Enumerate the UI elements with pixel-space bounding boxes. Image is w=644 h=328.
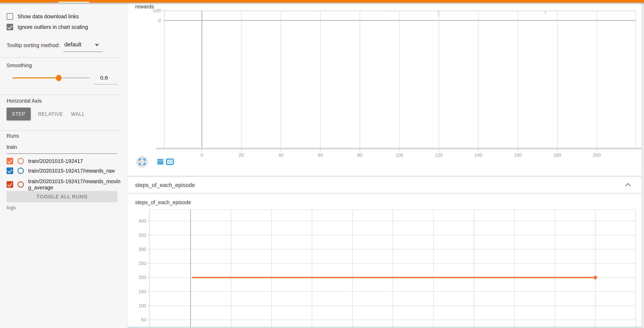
svg-text:120: 120 <box>435 153 443 158</box>
svg-text:-200: -200 <box>152 2 161 3</box>
steps-card: steps_of_each_episode 400350300250200150… <box>127 194 642 328</box>
smoothing-slider-thumb[interactable] <box>56 75 62 81</box>
settings-sidebar: Show data download links Ignore outliers… <box>0 2 127 328</box>
horizontal-axis-label: Horizontal Axis <box>6 98 42 104</box>
chart-toolbar <box>135 156 190 170</box>
top-app-bar <box>0 0 644 2</box>
divider <box>0 130 121 131</box>
toggle-all-runs-button[interactable]: TOGGLE ALL RUNS <box>6 191 118 202</box>
run-label: train/20201015-192417 <box>28 158 122 164</box>
logdir-label: logs <box>6 205 16 211</box>
axis-relative-button[interactable]: RELATIVE <box>38 111 63 117</box>
chevron-up-icon[interactable] <box>625 183 631 187</box>
divider <box>0 57 121 58</box>
smoothing-slider-fill <box>12 77 59 78</box>
svg-text:140: 140 <box>474 153 482 158</box>
axis-wall-button[interactable]: WALL <box>71 111 85 117</box>
svg-text:200: 200 <box>593 153 601 158</box>
show-download-links-row[interactable]: Show data download links <box>6 13 79 20</box>
expand-chart-icon[interactable] <box>136 156 148 168</box>
run-label: train/20201015-192417/rewards_raw <box>28 168 122 174</box>
svg-text:100: 100 <box>396 153 403 158</box>
svg-text:150: 150 <box>138 289 146 294</box>
rewards-chart[interactable]: 0-100-200-300-400-500-600-700-800-900-1e… <box>128 2 642 176</box>
run-radio-icon[interactable] <box>18 168 24 174</box>
main-content: rewards 0-100-200-300-400-500-600-700-80… <box>127 2 642 328</box>
axis-step-button[interactable]: STEP <box>6 108 31 120</box>
svg-text:80: 80 <box>357 153 362 158</box>
svg-text:40: 40 <box>278 153 284 158</box>
svg-text:100: 100 <box>138 303 146 308</box>
svg-text:250: 250 <box>138 261 146 266</box>
fit-domain-icon[interactable] <box>164 156 176 168</box>
steps-section-header[interactable]: steps_of_each_episode <box>127 177 642 193</box>
runs-filter-underline <box>6 154 117 154</box>
smoothing-value-input[interactable]: 0.6 <box>100 75 108 81</box>
run-checkbox[interactable] <box>6 167 13 174</box>
svg-text:300: 300 <box>138 247 146 252</box>
section-title: steps_of_each_episode <box>135 182 195 188</box>
chevron-down-icon[interactable] <box>95 44 99 46</box>
steps-chart[interactable]: 40035030025020015010050 <box>128 194 642 328</box>
tooltip-sorting-underline <box>64 51 102 52</box>
vertical-scrollbar[interactable] <box>642 2 644 328</box>
run-checkbox[interactable] <box>6 181 13 188</box>
run-row[interactable]: train/20201015-192417/rewards_raw <box>6 167 122 174</box>
show-download-links-label: Show data download links <box>18 13 79 19</box>
svg-text:180: 180 <box>554 153 561 158</box>
smoothing-value-underline <box>94 84 118 85</box>
svg-text:60: 60 <box>318 153 323 158</box>
svg-text:0: 0 <box>200 153 203 158</box>
run-radio-icon[interactable] <box>18 181 24 187</box>
tensorboard-app: Show data download links Ignore outliers… <box>0 0 644 328</box>
horizontal-scrollbar[interactable] <box>127 327 642 328</box>
steps-chart-title: steps_of_each_episode <box>135 199 191 205</box>
run-row[interactable]: train/20201015-192417 <box>6 158 122 164</box>
tooltip-sorting-label: Tooltip sorting method: <box>6 42 60 48</box>
ignore-outliers-row[interactable]: Ignore outliers in chart scaling <box>6 24 88 30</box>
svg-text:160: 160 <box>514 153 522 158</box>
run-checkbox[interactable] <box>6 158 13 164</box>
svg-text:400: 400 <box>138 218 146 224</box>
ignore-outliers-label: Ignore outliers in chart scaling <box>18 24 88 30</box>
svg-text:20: 20 <box>239 153 244 158</box>
rewards-card: rewards 0-100-200-300-400-500-600-700-80… <box>127 2 642 176</box>
divider <box>0 94 121 95</box>
svg-text:0: 0 <box>158 18 161 23</box>
ignore-outliers-checkbox[interactable] <box>6 24 13 30</box>
svg-text:50: 50 <box>141 317 146 322</box>
rewards-chart-title: rewards <box>135 4 154 10</box>
smoothing-label: Smoothing <box>6 62 32 68</box>
run-row[interactable]: train/20201015-192417/rewards_moving_ave… <box>6 178 122 191</box>
svg-text:200: 200 <box>138 275 146 280</box>
run-radio-icon[interactable] <box>18 158 24 164</box>
show-download-links-checkbox[interactable] <box>6 13 13 20</box>
tooltip-sorting-select[interactable]: default <box>64 41 81 48</box>
runs-filter-input[interactable]: train <box>6 144 17 150</box>
run-label: train/20201015-192417/rewards_moving_ave… <box>28 178 122 191</box>
runs-label: Runs <box>6 133 19 139</box>
svg-text:350: 350 <box>138 233 146 238</box>
